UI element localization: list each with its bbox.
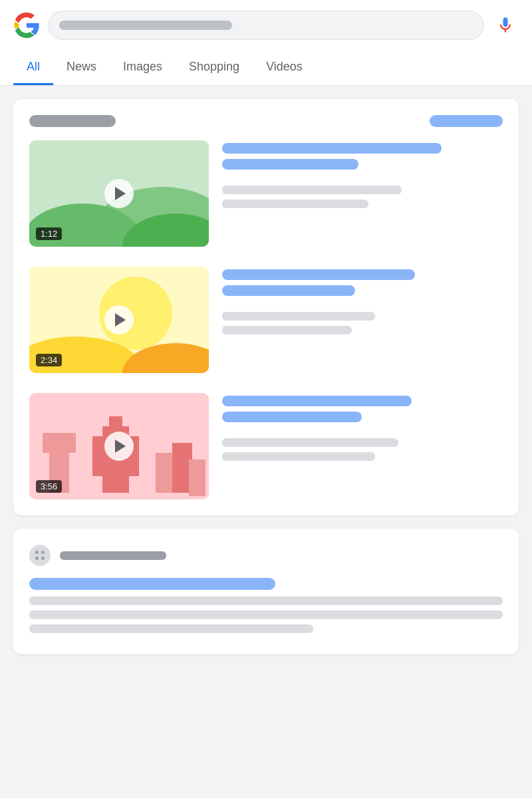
video-thumbnail-2[interactable]: 2:34 (29, 267, 209, 373)
video-results-card: 1:12 (13, 99, 519, 515)
result-header (29, 545, 503, 566)
play-button-2[interactable] (104, 305, 134, 334)
play-triangle-3 (115, 440, 126, 453)
video-item-3: 3:56 (29, 393, 503, 499)
video-desc-line1-1 (222, 186, 402, 194)
search-input-bar[interactable] (48, 11, 484, 40)
svg-rect-10 (43, 433, 76, 453)
result-text-1 (29, 597, 503, 605)
result-text-3 (29, 624, 313, 633)
video-link-source-3[interactable] (222, 412, 362, 422)
play-button-3[interactable] (104, 432, 134, 461)
favicon-icon (29, 545, 51, 566)
video-info-3 (222, 393, 503, 499)
favicon-dot-4 (41, 557, 45, 560)
result-text-2 (29, 610, 503, 619)
search-input-placeholder (59, 21, 232, 30)
video-link-title-2[interactable] (222, 269, 415, 280)
video-info-1 (222, 140, 503, 247)
search-bar-container (0, 0, 532, 51)
favicon-dot-3 (35, 557, 39, 560)
tab-shopping[interactable]: Shopping (176, 51, 253, 85)
svg-rect-13 (109, 416, 122, 430)
video-link-source-1[interactable] (222, 159, 358, 170)
result-source-label (60, 551, 166, 560)
favicon-dots (35, 551, 45, 560)
tab-images[interactable]: Images (110, 51, 176, 85)
duration-badge-2: 2:34 (36, 354, 62, 366)
svg-rect-16 (189, 460, 205, 496)
play-button-1[interactable] (104, 179, 134, 208)
google-logo (13, 12, 40, 39)
result-main-link[interactable] (29, 578, 275, 590)
video-link-title-3[interactable] (222, 396, 412, 406)
video-item-1: 1:12 (29, 140, 503, 247)
result-block (13, 529, 519, 654)
nav-tabs: All News Images Shopping Videos (0, 51, 532, 86)
video-desc-line2-3 (222, 452, 375, 461)
content-area: 1:12 (0, 86, 532, 668)
duration-badge-3: 3:56 (36, 480, 62, 493)
favicon-dot-2 (41, 551, 45, 554)
video-link-source-2[interactable] (222, 285, 355, 296)
card-header-label (29, 115, 116, 127)
favicon-dot-1 (35, 551, 39, 554)
video-desc-line1-3 (222, 438, 398, 447)
card-header-action[interactable] (430, 115, 503, 127)
video-desc-line1-2 (222, 312, 375, 321)
video-thumbnail-1[interactable]: 1:12 (29, 140, 209, 247)
mic-icon[interactable] (492, 12, 519, 39)
video-desc-line2-2 (222, 326, 352, 334)
tab-news[interactable]: News (53, 51, 110, 85)
video-desc-line2-1 (222, 200, 368, 208)
play-triangle-1 (115, 187, 126, 200)
video-thumbnail-3[interactable]: 3:56 (29, 393, 209, 499)
video-item-2: 2:34 (29, 267, 503, 373)
tab-all[interactable]: All (13, 51, 53, 85)
tab-videos[interactable]: Videos (253, 51, 316, 85)
play-triangle-2 (115, 313, 126, 327)
card-header (29, 115, 503, 127)
video-info-2 (222, 267, 503, 373)
duration-badge-1: 1:12 (36, 227, 62, 240)
video-link-title-1[interactable] (222, 143, 442, 154)
